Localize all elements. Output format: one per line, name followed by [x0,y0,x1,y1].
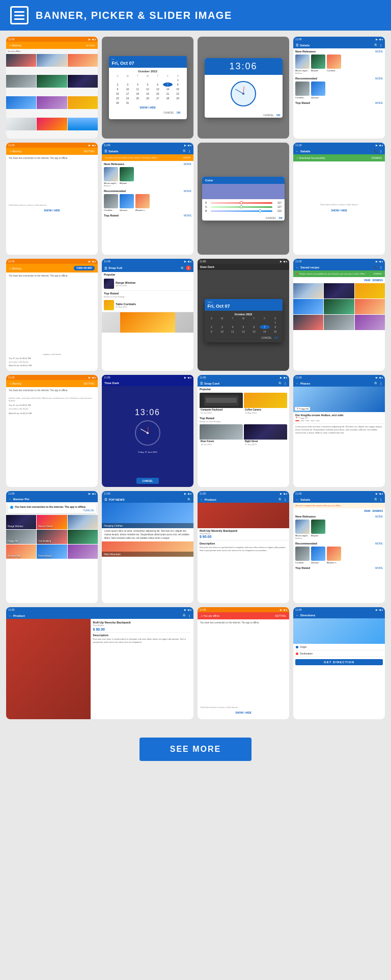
date-display: Fri, Oct 07 [112,61,184,66]
screen-time-dark: 11:80▶ ◀ ● Time Dark 13:06 Friday, 27 Ju… [102,375,193,487]
screen-product-full: 11:80▶ ◀ ● ←Product 🔍⋮ Roll-Up Neocity B… [198,491,289,603]
screen-warning-turn-on: 11:00▶ ◀ ● ⚠ Warning TURN ON WIFI You ha… [6,259,98,371]
calendar-grid: SMTWTFS 1 2345678 9101112131415 16171819… [113,74,183,105]
screen-basic-offline: 11:00▶ ◀ ● ⚠ Warning SETTING You have lo… [6,375,98,487]
card-camera[interactable]: Coffee Camera 23 May 2013 [244,393,287,415]
screen-snap-card: 11:80▶ ◀ ● ☰Snap Card 🔍⋮ Popular Compute… [198,375,289,487]
screen-product-large: 11:80▶ ◀ ● ←Product 🔍⋮ Roll-Up Neocity B… [6,607,193,719]
screen-directions: 11:80▶ ◀ ● ←Directions Origin Destinatio… [293,607,385,719]
page-title: BANNER, PICKER & SLIDER IMAGE [36,10,232,21]
color-picker-dialog: Color R 127 G [202,177,285,221]
card-river[interactable]: River Forest 14 Jun 2012 [200,424,243,446]
screen-color-picker: Color R 127 G [198,143,289,255]
see-more-section: SEE MORE [0,725,391,777]
screens-grid: 11:00▶ ◀ ● ⚠ Warning SETTING You are off… [0,31,391,725]
app-logo-icon [10,6,29,24]
card-night[interactable]: Night Street 11 Sep 2013 [244,424,287,446]
analog-clock [135,420,160,446]
screen-success-banner: 11:00▶ ◀ ● ←Salads 📞⋮ ✓ Download Success… [293,143,385,255]
screen-top-news: 11:80▶ ◀ ● ☰TOP NEWS 🔍 Hanging Clothes L… [102,491,193,603]
screen-salads-app: 11:80▶ ◀ ● ☰ Salads 🔍 ⋮ New Releases MOR… [293,37,385,139]
screen-saved-recipe: 11:00▶ ◀ ● ←Saved recipe 📞⋮ 🔖 Recipe sav… [293,259,385,371]
screen-clock-picker: 13:06 CANCEL OK [198,37,289,139]
clock-time: 13:06 [208,61,280,72]
clock-picker-dialog: 13:06 CANCEL OK [205,58,283,118]
screen-snap-full: 11:48▶ ◀ ● ☰Snap Full 🔍1 Popular Range W… [102,259,193,371]
color-sliders: R 127 G 127 [202,199,285,215]
list-item-range[interactable]: Range Window 14 Feb 2015 [102,277,193,291]
app-header: BANNER, PICKER & SLIDER IMAGE [0,0,391,31]
screen-salads-full: 11:80▶ ◀ ● ☰Salads 🔍⋮ You have lost conn… [102,143,193,255]
warning-banner-s1: ⚠ Warning SETTING [6,42,98,49]
map-preview [293,618,385,644]
photo-grid-s1 [6,54,98,139]
screen-date-picker: Fri Fri, Oct 07 October 2022 SMTWTFS 1 2… [102,37,193,139]
screen-salads-warning: 11:80▶ ◀ ● ←Salads 🔍⋮ We can't complete … [293,491,385,603]
color-preview [202,184,285,199]
date-picker-dialog: Fri Fri, Oct 07 October 2022 SMTWTFS 1 2… [109,56,187,119]
screen-banner-pin: 11:80▶ ◀ ● ←Banner Pin You have lost con… [6,491,98,603]
screen-photo-grid: 11:00▶ ◀ ● ⚠ Warning SETTING You are off… [6,37,98,139]
card-keyboard[interactable]: Computer Keyboard 01 Jan 2015 [200,393,243,415]
places-map: 📍 Friggy Hill [293,387,385,412]
screen-error-warning: 11:00▶ ◀ ● ⚠ You are offline SETTING You… [198,607,289,719]
status-bar-s1: 11:00▶ ◀ ● [6,37,98,42]
see-more-button[interactable]: SEE MORE [139,738,252,761]
screen-warning-offline: 11:00▶ ◀ ● ⚠ Warning SETTING You have lo… [6,143,98,255]
screen-places: 11:00▶ ◀ ● ←Places 🔍⋮ 📍 Friggy Hill Dui … [293,375,385,487]
screen-date-dark: 11:80▶ ◀ ● Date Dark 2022 Fri, Oct 07 Oc… [198,259,289,371]
list-item-cocktails[interactable]: Table Cocktails 22 Sep 2015 [102,298,193,312]
date-dark-dialog: 2022 Fri, Oct 07 October 2022 SMTWTFS 1 … [205,299,283,342]
time-dark-display: 13:06 [135,408,160,417]
